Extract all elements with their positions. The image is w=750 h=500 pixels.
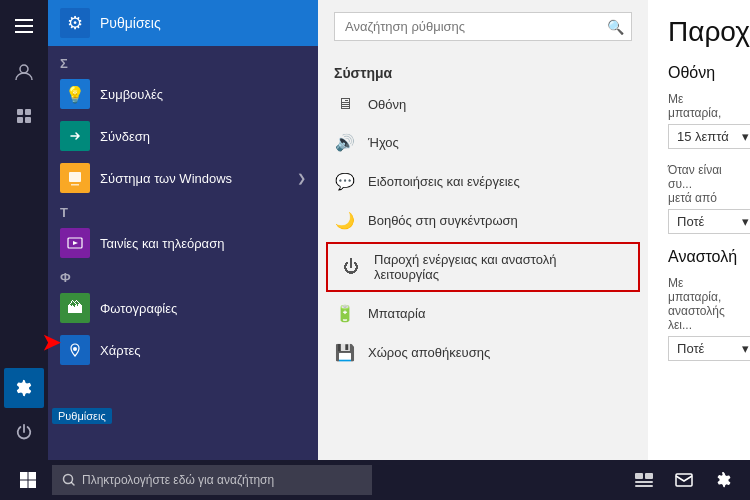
eidopoiiseis-label: Ειδοποιήσεις και ενέργειες (368, 174, 520, 189)
user-avatar-button[interactable] (4, 52, 44, 92)
svg-rect-3 (17, 117, 23, 123)
settings-header: 🔍 (318, 0, 648, 57)
menu-item-tainies[interactable]: Ταινίες και τηλεόραση (48, 222, 318, 264)
menu-item-syndesi[interactable]: Σύνδεση (48, 115, 318, 157)
fotografies-label: Φωτογραφίες (100, 301, 177, 316)
start-menu-title: Ρυθμίσεις (100, 15, 161, 31)
svg-point-9 (73, 347, 77, 351)
hamburger-icon (4, 6, 44, 46)
settings-item-mpataria[interactable]: 🔋 Μπαταρία (318, 294, 648, 333)
fotografies-icon: 🏔 (60, 293, 90, 323)
header-gear-icon: ⚙ (60, 8, 90, 38)
svg-rect-6 (71, 184, 79, 186)
power-button[interactable] (4, 412, 44, 452)
syndesi-icon (60, 121, 90, 151)
right-label-mpataria2: Με μπαταρία,αναστολής λει... (668, 276, 730, 332)
taskbar-search-input[interactable] (82, 473, 362, 487)
settings-item-othoni[interactable]: 🖥 Οθόνη (318, 85, 648, 123)
ichos-icon: 🔊 (334, 133, 356, 152)
apothikeysi-label: Χώρος αποθήκευσης (368, 345, 490, 360)
svg-rect-15 (635, 473, 643, 479)
right-label-mpataria: Με μπαταρία, (668, 92, 730, 120)
mpataria-icon: 🔋 (334, 304, 356, 323)
right-panel: Παροχή Οθόνη Με μπαταρία, 15 λεπτά ▾ Ότα… (648, 0, 750, 460)
paroxi-label: Παροχή ενέργειας και αναστολήλειτουργίας (374, 252, 556, 282)
settings-search-input[interactable] (334, 12, 632, 41)
paroxi-icon: ⏻ (340, 258, 362, 276)
svg-rect-18 (635, 485, 653, 487)
right-label-otan: Όταν είναι συ...μετά από (668, 163, 730, 205)
svg-rect-10 (20, 472, 28, 480)
taskbar-windows-icon[interactable] (626, 462, 662, 498)
svg-rect-19 (676, 474, 692, 486)
svg-rect-13 (29, 481, 37, 489)
start-menu: ⚙ Ρυθμίσεις Σ 💡 Συμβουλές Σύνδεση (48, 0, 318, 460)
section-letter-s: Σ (48, 50, 318, 73)
section-letter-f: Φ (48, 264, 318, 287)
taskbar-mail-icon[interactable] (666, 462, 702, 498)
chevron-down-icon3: ▾ (742, 341, 749, 356)
start-menu-header: ⚙ Ρυθμίσεις (48, 0, 318, 46)
systima-chevron: ❯ (297, 172, 306, 185)
taskbar-right (626, 462, 742, 498)
right-dropdown-pote1[interactable]: Ποτέ ▾ (668, 209, 750, 234)
settings-item-paroxi[interactable]: ⏻ Παροχή ενέργειας και αναστολήλειτουργί… (326, 242, 640, 292)
taskbar-settings-icon[interactable] (706, 462, 742, 498)
othoni-icon: 🖥 (334, 95, 356, 113)
menu-item-fotografies[interactable]: 🏔 Φωτογραφίες (48, 287, 318, 329)
windows-button[interactable] (8, 460, 48, 500)
eidopoiiseis-icon: 💬 (334, 172, 356, 191)
symvoules-label: Συμβουλές (100, 87, 163, 102)
svg-rect-4 (25, 117, 31, 123)
voithos-label: Βοηθός στη συγκέντρωση (368, 213, 518, 228)
search-wrapper: 🔍 (334, 12, 632, 41)
taskbar-left: Ρυθμίσεις (0, 0, 48, 460)
settings-section-title: Σύστημα (318, 57, 648, 85)
menu-item-systima[interactable]: Σύστημα των Windows ❯ (48, 157, 318, 199)
apothikeysi-icon: 💾 (334, 343, 356, 362)
right-dropdown-15[interactable]: 15 λεπτά ▾ (668, 124, 750, 149)
othoni-label: Οθόνη (368, 97, 406, 112)
chevron-down-icon2: ▾ (742, 214, 749, 229)
taskbar-search-bar[interactable] (52, 465, 372, 495)
chevron-down-icon: ▾ (742, 129, 749, 144)
store-button[interactable] (4, 96, 44, 136)
settings-item-voithos[interactable]: 🌙 Βοηθός στη συγκέντρωση (318, 201, 648, 240)
settings-tooltip: Ρυθμίσεις (52, 408, 112, 424)
voithos-icon: 🌙 (334, 211, 356, 230)
settings-item-eidopoiiseis[interactable]: 💬 Ειδοποιήσεις και ενέργειες (318, 162, 648, 201)
svg-rect-12 (20, 481, 28, 489)
tainies-icon (60, 228, 90, 258)
taskbar-bottom: Ρυθμίσεις (4, 368, 44, 452)
hamburger-button[interactable] (4, 8, 44, 48)
mpataria-label: Μπαταρία (368, 306, 425, 321)
menu-item-symvoules[interactable]: 💡 Συμβουλές (48, 73, 318, 115)
right-dropdown-pote2[interactable]: Ποτέ ▾ (668, 336, 750, 361)
right-section-anastoli: Αναστολή (668, 248, 730, 266)
svg-rect-16 (645, 473, 653, 479)
right-section-othoni: Οθόνη (668, 64, 730, 82)
svg-marker-8 (73, 241, 78, 245)
syndesi-label: Σύνδεση (100, 129, 150, 144)
svg-rect-17 (635, 481, 653, 483)
svg-rect-11 (29, 472, 37, 480)
svg-rect-1 (17, 109, 23, 115)
bottom-taskbar (0, 460, 750, 500)
main-area: Ρυθμίσεις ⚙ Ρυθμίσεις Σ 💡 Συμβουλές (0, 0, 750, 460)
settings-button[interactable] (4, 368, 44, 408)
menu-item-chartes[interactable]: Χάρτες (48, 329, 318, 371)
section-letter-t: Τ (48, 199, 318, 222)
chartes-label: Χάρτες (100, 343, 141, 358)
chartes-icon (60, 335, 90, 365)
systima-label: Σύστημα των Windows (100, 171, 232, 186)
systima-icon (60, 163, 90, 193)
tainies-label: Ταινίες και τηλεόραση (100, 236, 224, 251)
settings-panel: 🔍 Σύστημα 🖥 Οθόνη 🔊 Ήχος 💬 Ειδοποιήσεις … (318, 0, 648, 460)
svg-rect-5 (69, 172, 81, 182)
right-panel-title: Παροχή (668, 16, 730, 48)
settings-item-apothikeysi[interactable]: 💾 Χώρος αποθήκευσης (318, 333, 648, 372)
start-menu-list: Σ 💡 Συμβουλές Σύνδεση (48, 46, 318, 460)
ichos-label: Ήχος (368, 135, 399, 150)
svg-rect-2 (25, 109, 31, 115)
settings-item-ichos[interactable]: 🔊 Ήχος (318, 123, 648, 162)
